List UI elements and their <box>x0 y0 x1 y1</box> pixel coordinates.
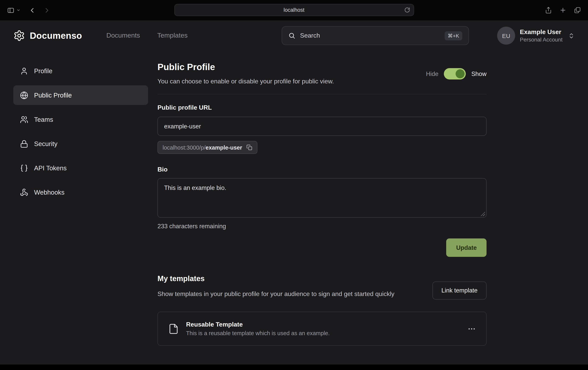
braces-icon <box>20 164 28 172</box>
show-label: Show <box>471 70 486 77</box>
sidebar-item-api-tokens[interactable]: API Tokens <box>13 158 148 178</box>
sidebar-item-label: Profile <box>34 67 52 75</box>
profile-url-preview[interactable]: localhost:3000/p/example-user <box>158 141 257 154</box>
chevrons-up-down-icon <box>568 32 575 39</box>
account-info: Example User Personal Account <box>520 28 563 43</box>
account-type: Personal Account <box>520 36 563 43</box>
lock-icon <box>20 140 28 148</box>
nav-templates[interactable]: Templates <box>157 32 188 40</box>
sidebar-item-public-profile[interactable]: Public Profile <box>13 85 148 105</box>
sidebar-item-label: Security <box>34 140 57 147</box>
account-menu[interactable]: EU Example User Personal Account <box>497 27 575 45</box>
update-button[interactable]: Update <box>446 238 486 257</box>
reload-icon[interactable] <box>404 7 410 13</box>
globe-icon <box>20 91 28 99</box>
browser-nav-controls <box>7 6 50 14</box>
bio-textarea[interactable]: This is an example bio. <box>158 178 486 218</box>
sidebar-toggle-icon[interactable] <box>7 6 14 14</box>
brand-name: Documenso <box>30 30 82 41</box>
template-info: Reusable Template This is a reusable tem… <box>186 321 330 336</box>
settings-sidebar: Profile Public Profile Teams <box>13 51 148 346</box>
app-body: Profile Public Profile Teams <box>0 51 588 346</box>
nav-documents[interactable]: Documents <box>106 32 140 40</box>
app-header: Documenso Documents Templates ⌘+K EU Exa… <box>0 20 588 51</box>
sidebar-item-profile[interactable]: Profile <box>13 61 148 81</box>
browser-window-controls <box>545 7 581 14</box>
sidebar-item-teams[interactable]: Teams <box>13 110 148 129</box>
main-nav: Documents Templates <box>106 32 188 40</box>
templates-title: My templates <box>158 275 394 283</box>
characters-remaining: 233 characters remaining <box>158 223 486 230</box>
profile-visibility-toggle[interactable] <box>444 68 466 80</box>
copy-icon[interactable] <box>246 144 252 150</box>
chevron-down-icon[interactable] <box>16 8 20 12</box>
sidebar-item-label: API Tokens <box>34 164 67 172</box>
share-icon[interactable] <box>545 7 552 14</box>
avatar: EU <box>497 27 515 45</box>
search-icon <box>288 32 295 39</box>
address-bar[interactable]: localhost <box>174 4 414 16</box>
page-heading-block: Public Profile You can choose to enable … <box>158 62 334 85</box>
templates-heading-block: My templates Show templates in your publ… <box>158 275 394 299</box>
user-icon <box>20 67 28 75</box>
templates-description: Show templates in your public profile fo… <box>158 289 394 299</box>
address-url: localhost <box>284 7 304 13</box>
users-icon <box>20 115 28 123</box>
visibility-toggle-group: Hide Show <box>426 68 486 80</box>
page-subtitle: You can choose to enable or disable your… <box>158 78 334 85</box>
url-preview-text: localhost:3000/p/example-user <box>163 144 242 151</box>
sidebar-item-security[interactable]: Security <box>13 134 148 154</box>
forward-button[interactable] <box>43 7 50 13</box>
back-button[interactable] <box>29 7 36 13</box>
screen: localhost Documenso <box>0 0 588 370</box>
brand[interactable]: Documenso <box>13 30 82 41</box>
window-bottom-edge <box>0 365 588 370</box>
hide-label: Hide <box>426 70 439 77</box>
sidebar-item-label: Public Profile <box>34 92 72 99</box>
toggle-knob <box>456 69 465 78</box>
search-input[interactable] <box>300 32 440 39</box>
url-field-label: Public profile URL <box>158 104 486 111</box>
bio-field-wrap: This is an example bio. <box>158 178 486 218</box>
new-tab-icon[interactable] <box>559 7 567 14</box>
sidebar-item-webhooks[interactable]: Webhooks <box>13 183 148 202</box>
page-title: Public Profile <box>158 62 334 72</box>
link-template-button[interactable]: Link template <box>432 281 486 299</box>
template-description: This is a reusable template which is use… <box>186 330 330 336</box>
sidebar-item-label: Teams <box>34 116 53 123</box>
my-templates-section: My templates Show templates in your publ… <box>158 275 486 346</box>
search-shortcut-badge: ⌘+K <box>445 31 462 40</box>
tab-overview-icon[interactable] <box>574 7 581 14</box>
divider <box>158 94 486 94</box>
template-name: Reusable Template <box>186 321 330 328</box>
account-name: Example User <box>520 28 563 36</box>
sidebar-item-label: Webhooks <box>34 188 64 196</box>
browser-chrome: localhost <box>0 0 588 20</box>
public-profile-settings: Public Profile You can choose to enable … <box>158 51 486 346</box>
webhook-icon <box>20 188 28 196</box>
search-bar[interactable]: ⌘+K <box>282 26 469 45</box>
template-list-item: Reusable Template This is a reusable tem… <box>158 312 486 346</box>
file-icon <box>168 323 179 334</box>
app-window: Documenso Documents Templates ⌘+K EU Exa… <box>0 20 588 365</box>
ellipsis-menu-icon[interactable] <box>467 324 476 333</box>
documenso-logo-icon <box>13 30 25 41</box>
bio-field-label: Bio <box>158 166 486 173</box>
public-profile-url-input[interactable] <box>158 117 486 136</box>
